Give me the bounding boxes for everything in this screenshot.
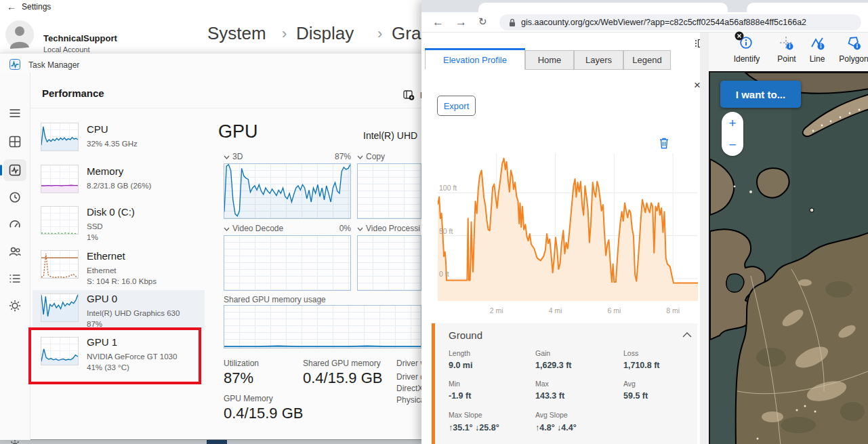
gpu-3d-label: 3D	[232, 152, 243, 161]
disk-label: Disk 0 (C:)	[87, 206, 135, 218]
gpu-video-processing-label: Video Processi	[366, 224, 420, 233]
services-icon[interactable]	[8, 299, 22, 312]
polygon-tool-label: Polygon	[833, 54, 868, 64]
polygon-tool-icon[interactable]	[846, 36, 861, 51]
gpu-3d-chart	[224, 163, 351, 219]
breadcrumb-system[interactable]: System	[207, 23, 266, 44]
ground-avg-slope-label: Avg Slope	[535, 411, 568, 419]
disk-type: SSD	[87, 221, 103, 232]
startup-apps-icon[interactable]	[8, 218, 22, 231]
ground-gain-label: Gain	[535, 349, 550, 357]
collapse-ground-icon[interactable]	[682, 332, 692, 338]
gpu0-model: Intel(R) UHD Graphics 630	[87, 308, 180, 319]
ground-avg-value: 59.5 ft	[623, 391, 648, 401]
ground-max-value: 143.3 ft	[535, 391, 564, 401]
delete-profile-icon[interactable]	[659, 137, 669, 149]
lock-icon	[509, 18, 516, 27]
settings-gear-icon[interactable]	[8, 439, 22, 444]
memory-sparkline	[41, 165, 79, 193]
ground-min-label: Min	[449, 380, 460, 388]
task-manager-nav-rail	[0, 73, 30, 440]
users-icon[interactable]	[8, 245, 22, 258]
physical-location-label: Physica	[396, 395, 425, 405]
gpu-video-decode-chart	[224, 235, 351, 291]
performance-icon[interactable]	[8, 163, 22, 177]
taskbar-window-edge	[207, 440, 227, 444]
gpu-video-processing-section[interactable]: Video Processi	[357, 224, 420, 233]
ground-gain-value: 1,629.3 ft	[535, 361, 572, 370]
ground-loss-value: 1,710.8 ft	[623, 361, 660, 370]
line-tool-icon[interactable]	[810, 36, 825, 51]
map-canvas[interactable]: I want to... + −	[709, 71, 868, 444]
tab-label: Home	[538, 55, 562, 65]
panel-gutter[interactable]	[700, 33, 709, 444]
gpu-video-processing-chart	[357, 235, 421, 291]
export-label: Export	[444, 101, 470, 111]
processes-icon[interactable]	[8, 135, 22, 148]
ground-max-label: Max	[535, 380, 549, 388]
ethernet-throughput: S: 104 R: 16.0 Kbps	[87, 276, 157, 287]
zoom-in-button[interactable]: +	[728, 117, 736, 129]
shared-gpu-memory-label: Shared GPU memory usage	[224, 295, 326, 304]
breadcrumb-display[interactable]: Display	[296, 23, 354, 44]
gpu-3d-value: 87%	[317, 152, 351, 161]
gpu-video-decode-section[interactable]: Video Decode	[224, 224, 283, 233]
ground-length-value: 9.0 mi	[449, 361, 472, 370]
user-name: TechnicalSupport	[43, 33, 117, 43]
line-tool-label: Line	[802, 54, 833, 64]
x-axis-tick-label: 2 mi	[486, 306, 508, 315]
menu-icon[interactable]	[8, 106, 22, 120]
details-icon[interactable]	[8, 272, 22, 285]
i-want-to-label: I want to...	[736, 89, 785, 100]
forward-icon[interactable]: →	[455, 16, 467, 29]
ground-max-slope-value: ↑35.1° ↓25.8°	[449, 423, 499, 432]
app-history-icon[interactable]	[8, 190, 22, 204]
tab-home[interactable]: Home	[525, 50, 574, 70]
export-button[interactable]: Export	[437, 96, 476, 116]
gpu0-sparkline	[41, 294, 79, 322]
browser-tab-2[interactable]	[747, 3, 868, 12]
tab-elevation-profile[interactable]: Elevation Profile	[425, 50, 525, 70]
browser-tab[interactable]	[478, 3, 728, 12]
ethernet-adapter: Ethernet	[87, 265, 116, 276]
point-tool-icon[interactable]	[779, 36, 794, 51]
x-axis-tick-label: 4 mi	[545, 306, 566, 315]
zoom-out-button[interactable]: −	[728, 138, 736, 151]
disk-usage: 1%	[87, 232, 98, 243]
back-arrow-icon[interactable]: ←	[7, 1, 16, 12]
gpu-video-decode-value: 0%	[317, 224, 351, 233]
gpu-panel-title: GPU	[218, 121, 258, 142]
selected-indicator	[0, 165, 2, 176]
webviewer-page: Elevation Profile Home Layers Legend × E…	[421, 33, 868, 444]
browser-tab-strip	[421, 0, 868, 12]
ground-avg-label: Avg	[623, 380, 636, 388]
gpu-copy-section[interactable]: Copy	[357, 152, 385, 161]
gpu-3d-section[interactable]: 3D	[224, 152, 243, 161]
ethernet-sparkline	[41, 250, 79, 279]
tab-legend[interactable]: Legend	[623, 50, 671, 70]
back-icon[interactable]: ←	[432, 16, 444, 29]
breadcrumb-sep: ›	[377, 25, 382, 43]
point-tool-label: Point	[770, 54, 804, 64]
gpu-copy-chart	[357, 163, 421, 219]
elevation-chart[interactable]: 0 ft50 ft100 ft2 mi4 mi6 mi8 mi	[438, 153, 698, 316]
run-new-task-icon[interactable]	[403, 89, 415, 100]
gpu0-label: GPU 0	[87, 293, 117, 304]
i-want-to-button[interactable]: I want to...	[720, 81, 801, 108]
y-axis-tick-label: 50 ft	[439, 227, 453, 235]
tab-label: Layers	[585, 55, 612, 65]
shared-memory-stat-value: 0.4/15.9 GB	[303, 369, 382, 387]
shared-memory-stat-label: Shared GPU memory	[303, 359, 381, 368]
reload-icon[interactable]: ↻	[478, 16, 487, 28]
settings-window: ← Settings TechnicalSupport Local Accoun…	[0, 0, 427, 53]
tab-layers[interactable]: Layers	[574, 50, 623, 70]
driver-version-label: Driver v	[396, 359, 424, 368]
address-bar[interactable]: gis.aacounty.org/gcx/WebViewer/?app=c82c…	[499, 14, 861, 31]
gpu-video-decode-label: Video Decode	[232, 224, 283, 233]
utilization-value: 87%	[224, 369, 253, 387]
cpu-label: CPU	[87, 123, 108, 135]
memory-label: Memory	[87, 165, 123, 177]
x-axis-tick-label: 6 mi	[603, 306, 625, 315]
url-text[interactable]: gis.aacounty.org/gcx/WebViewer/?app=c82c…	[521, 18, 806, 27]
clear-identify-badge-icon[interactable]	[735, 31, 744, 41]
